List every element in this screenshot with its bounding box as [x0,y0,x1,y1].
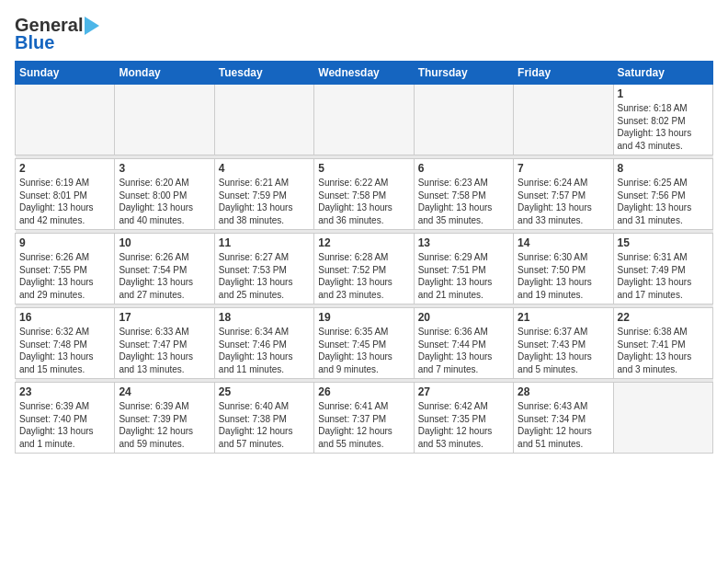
calendar-body: 1Sunrise: 6:18 AM Sunset: 8:02 PM Daylig… [16,85,713,454]
calendar-cell: 21Sunrise: 6:37 AM Sunset: 7:43 PM Dayli… [514,308,613,379]
day-number: 10 [119,236,210,249]
weekday-header-sunday: Sunday [16,62,115,85]
calendar-cell [613,383,712,454]
weekday-header-tuesday: Tuesday [214,62,313,85]
day-info: Sunrise: 6:37 AM Sunset: 7:43 PM Dayligh… [518,326,609,375]
calendar-cell: 23Sunrise: 6:39 AM Sunset: 7:40 PM Dayli… [16,383,115,454]
day-number: 8 [618,162,709,175]
calendar-cell [514,85,613,155]
weekday-header-friday: Friday [514,62,613,85]
day-number: 25 [219,385,310,398]
calendar-cell: 11Sunrise: 6:27 AM Sunset: 7:53 PM Dayli… [214,234,313,304]
page-header: General Blue [15,15,713,53]
calendar-cell: 7Sunrise: 6:24 AM Sunset: 7:57 PM Daylig… [514,159,613,230]
day-number: 26 [318,385,409,398]
calendar-cell: 16Sunrise: 6:32 AM Sunset: 7:48 PM Dayli… [16,308,115,379]
calendar-header-row: SundayMondayTuesdayWednesdayThursdayFrid… [16,62,713,85]
calendar-cell: 24Sunrise: 6:39 AM Sunset: 7:39 PM Dayli… [115,383,214,454]
day-info: Sunrise: 6:21 AM Sunset: 7:59 PM Dayligh… [219,177,310,226]
day-number: 5 [318,162,409,175]
calendar-cell: 18Sunrise: 6:34 AM Sunset: 7:46 PM Dayli… [214,308,313,379]
day-info: Sunrise: 6:29 AM Sunset: 7:51 PM Dayligh… [418,251,509,301]
day-info: Sunrise: 6:39 AM Sunset: 7:40 PM Dayligh… [19,400,110,450]
calendar-cell: 17Sunrise: 6:33 AM Sunset: 7:47 PM Dayli… [115,308,214,379]
day-number: 12 [318,236,409,249]
day-number: 3 [119,162,210,175]
day-info: Sunrise: 6:36 AM Sunset: 7:44 PM Dayligh… [418,326,509,375]
day-number: 23 [19,385,110,398]
day-number: 15 [618,236,709,249]
day-info: Sunrise: 6:26 AM Sunset: 7:55 PM Dayligh… [19,251,110,301]
day-info: Sunrise: 6:33 AM Sunset: 7:47 PM Dayligh… [119,326,210,375]
calendar-cell: 9Sunrise: 6:26 AM Sunset: 7:55 PM Daylig… [16,234,115,304]
calendar-cell [16,85,115,155]
calendar-cell: 19Sunrise: 6:35 AM Sunset: 7:45 PM Dayli… [314,308,414,379]
day-number: 27 [418,385,509,398]
day-number: 22 [618,311,709,324]
day-number: 4 [219,162,310,175]
day-info: Sunrise: 6:18 AM Sunset: 8:02 PM Dayligh… [618,102,709,152]
day-info: Sunrise: 6:43 AM Sunset: 7:34 PM Dayligh… [518,400,609,450]
day-info: Sunrise: 6:27 AM Sunset: 7:53 PM Dayligh… [219,251,310,301]
calendar-week-3: 9Sunrise: 6:26 AM Sunset: 7:55 PM Daylig… [16,234,713,304]
calendar-cell: 20Sunrise: 6:36 AM Sunset: 7:44 PM Dayli… [414,308,513,379]
day-number: 18 [219,311,310,324]
day-info: Sunrise: 6:34 AM Sunset: 7:46 PM Dayligh… [219,326,310,375]
calendar-cell: 1Sunrise: 6:18 AM Sunset: 8:02 PM Daylig… [613,85,712,155]
day-info: Sunrise: 6:42 AM Sunset: 7:35 PM Dayligh… [418,400,509,450]
weekday-header-monday: Monday [115,62,214,85]
day-number: 24 [119,385,210,398]
calendar-table: SundayMondayTuesdayWednesdayThursdayFrid… [15,61,713,454]
day-info: Sunrise: 6:20 AM Sunset: 8:00 PM Dayligh… [119,177,210,226]
weekday-header-saturday: Saturday [613,62,712,85]
day-number: 6 [418,162,509,175]
day-info: Sunrise: 6:25 AM Sunset: 7:56 PM Dayligh… [618,177,709,226]
calendar-week-5: 23Sunrise: 6:39 AM Sunset: 7:40 PM Dayli… [16,383,713,454]
calendar-cell: 28Sunrise: 6:43 AM Sunset: 7:34 PM Dayli… [514,383,613,454]
calendar-cell: 2Sunrise: 6:19 AM Sunset: 8:01 PM Daylig… [16,159,115,230]
weekday-header-thursday: Thursday [414,62,513,85]
day-number: 28 [518,385,609,398]
calendar-cell: 6Sunrise: 6:23 AM Sunset: 7:58 PM Daylig… [414,159,513,230]
day-info: Sunrise: 6:22 AM Sunset: 7:58 PM Dayligh… [318,177,409,226]
calendar-cell: 5Sunrise: 6:22 AM Sunset: 7:58 PM Daylig… [314,159,414,230]
day-number: 20 [418,311,509,324]
logo: General Blue [15,15,99,53]
calendar-cell: 14Sunrise: 6:30 AM Sunset: 7:50 PM Dayli… [514,234,613,304]
calendar-cell: 13Sunrise: 6:29 AM Sunset: 7:51 PM Dayli… [414,234,513,304]
day-number: 2 [19,162,110,175]
weekday-header-wednesday: Wednesday [314,62,414,85]
calendar-cell [115,85,214,155]
day-info: Sunrise: 6:31 AM Sunset: 7:49 PM Dayligh… [618,251,709,301]
calendar-cell: 25Sunrise: 6:40 AM Sunset: 7:38 PM Dayli… [214,383,313,454]
calendar-cell: 26Sunrise: 6:41 AM Sunset: 7:37 PM Dayli… [314,383,414,454]
calendar-cell: 27Sunrise: 6:42 AM Sunset: 7:35 PM Dayli… [414,383,513,454]
day-number: 11 [219,236,310,249]
calendar-week-2: 2Sunrise: 6:19 AM Sunset: 8:01 PM Daylig… [16,159,713,230]
calendar-cell: 8Sunrise: 6:25 AM Sunset: 7:56 PM Daylig… [613,159,712,230]
day-number: 7 [518,162,609,175]
calendar-cell: 15Sunrise: 6:31 AM Sunset: 7:49 PM Dayli… [613,234,712,304]
calendar-week-1: 1Sunrise: 6:18 AM Sunset: 8:02 PM Daylig… [16,85,713,155]
day-info: Sunrise: 6:24 AM Sunset: 7:57 PM Dayligh… [518,177,609,226]
day-info: Sunrise: 6:26 AM Sunset: 7:54 PM Dayligh… [119,251,210,301]
day-info: Sunrise: 6:28 AM Sunset: 7:52 PM Dayligh… [318,251,409,301]
day-info: Sunrise: 6:19 AM Sunset: 8:01 PM Dayligh… [19,177,110,226]
day-info: Sunrise: 6:41 AM Sunset: 7:37 PM Dayligh… [318,400,409,450]
day-number: 17 [119,311,210,324]
day-number: 21 [518,311,609,324]
day-number: 1 [618,87,709,100]
calendar-cell: 10Sunrise: 6:26 AM Sunset: 7:54 PM Dayli… [115,234,214,304]
calendar-cell [414,85,513,155]
day-number: 16 [19,311,110,324]
day-info: Sunrise: 6:38 AM Sunset: 7:41 PM Dayligh… [618,326,709,375]
day-info: Sunrise: 6:23 AM Sunset: 7:58 PM Dayligh… [418,177,509,226]
calendar-cell [214,85,313,155]
day-info: Sunrise: 6:35 AM Sunset: 7:45 PM Dayligh… [318,326,409,375]
calendar-week-4: 16Sunrise: 6:32 AM Sunset: 7:48 PM Dayli… [16,308,713,379]
logo-blue: Blue [15,32,54,53]
calendar-cell [314,85,414,155]
logo-arrow-icon [85,17,99,35]
calendar-cell: 12Sunrise: 6:28 AM Sunset: 7:52 PM Dayli… [314,234,414,304]
calendar-cell: 4Sunrise: 6:21 AM Sunset: 7:59 PM Daylig… [214,159,313,230]
